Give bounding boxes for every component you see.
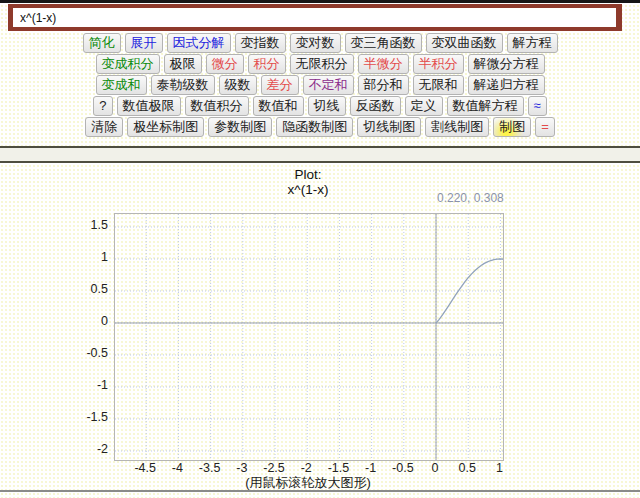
secant-plot-button[interactable]: 割线制图: [425, 117, 489, 137]
toolbar-row-4: ?数值极限数值积分数值和切线反函数定义数值解方程≈: [0, 96, 640, 117]
numeric-sum-button[interactable]: 数值和: [253, 96, 304, 116]
y-tick-label: -1: [58, 378, 108, 393]
plot-button[interactable]: 制图: [493, 117, 531, 137]
semi-integral-button[interactable]: 半积分: [413, 54, 464, 74]
series-button[interactable]: 级数: [219, 75, 257, 95]
parametric-plot-button[interactable]: 参数制图: [208, 117, 272, 137]
integrate-button[interactable]: 积分: [248, 54, 286, 74]
tangent-button[interactable]: 切线: [308, 96, 346, 116]
y-tick-label: -0.5: [58, 346, 108, 361]
plot-canvas: [115, 214, 503, 460]
differentiate-button[interactable]: 微分: [206, 54, 244, 74]
expression-input-bar: [8, 4, 622, 31]
infinite-sum-button[interactable]: 无限和: [413, 75, 464, 95]
semi-derivative-button[interactable]: 半微分: [358, 54, 409, 74]
plot-title-line1: Plot:: [114, 167, 502, 182]
toolbar-row-3: 变成和泰勒级数级数差分不定和部分和无限和解递归方程: [0, 75, 640, 96]
toolbar: 简化展开因式分解变指数变对数变三角函数变双曲函数解方程变成积分极限微分积分无限积…: [0, 33, 640, 138]
taylor-series-button[interactable]: 泰勒级数: [151, 75, 215, 95]
toolbar-row-5: 清除极坐标制图参数制图隐函数制图切线制图割线制图制图=: [0, 117, 640, 138]
limit-button[interactable]: 极限: [164, 54, 202, 74]
definition-button[interactable]: 定义: [405, 96, 443, 116]
y-tick-label: -1.5: [58, 410, 108, 425]
to-sum-button[interactable]: 变成和: [96, 75, 147, 95]
solve-ode-button[interactable]: 解微分方程: [468, 54, 545, 74]
solve-recurrence-button[interactable]: 解递归方程: [468, 75, 545, 95]
approx-button[interactable]: ≈: [528, 96, 547, 116]
expression-input[interactable]: [13, 8, 616, 27]
y-tick-label: 1.5: [58, 218, 108, 233]
bottom-divider: [0, 490, 640, 492]
difference-button[interactable]: 差分: [261, 75, 299, 95]
tangent-plot-button[interactable]: 切线制图: [357, 117, 421, 137]
to-hyperbolic-button[interactable]: 变双曲函数: [426, 33, 503, 53]
clear-button[interactable]: 清除: [85, 117, 123, 137]
implicit-plot-button[interactable]: 隐函数制图: [276, 117, 353, 137]
toolbar-row-1: 简化展开因式分解变指数变对数变三角函数变双曲函数解方程: [0, 33, 640, 54]
infinite-integral-button[interactable]: 无限积分: [290, 54, 354, 74]
to-integral-button[interactable]: 变成积分: [96, 54, 160, 74]
to-trig-button[interactable]: 变三角函数: [345, 33, 422, 53]
polar-plot-button[interactable]: 极坐标制图: [127, 117, 204, 137]
solve-equation-button[interactable]: 解方程: [507, 33, 558, 53]
y-tick-label: 0: [58, 314, 108, 329]
y-tick-label: 0.5: [58, 282, 108, 297]
numeric-limit-button[interactable]: 数值极限: [117, 96, 181, 116]
plot-frame[interactable]: [114, 213, 504, 461]
inverse-function-button[interactable]: 反函数: [350, 96, 401, 116]
y-tick-label: -2: [58, 442, 108, 457]
partial-sum-button[interactable]: 部分和: [358, 75, 409, 95]
toolbar-row-2: 变成积分极限微分积分无限积分半微分半积分解微分方程: [0, 54, 640, 75]
simplify-button[interactable]: 简化: [83, 33, 121, 53]
factor-button[interactable]: 因式分解: [167, 33, 231, 53]
numeric-integral-button[interactable]: 数值积分: [185, 96, 249, 116]
to-logarithm-button[interactable]: 变对数: [290, 33, 341, 53]
cursor-coordinates: 0.220, 0.308: [437, 191, 504, 205]
indefinite-sum-button[interactable]: 不定和: [303, 75, 354, 95]
equals-button[interactable]: =: [535, 117, 555, 137]
help-button[interactable]: ?: [93, 96, 112, 116]
top-border: [0, 0, 640, 3]
y-tick-label: 1: [58, 250, 108, 265]
numeric-solve-button[interactable]: 数值解方程: [447, 96, 524, 116]
section-divider: [0, 146, 640, 163]
to-exponential-button[interactable]: 变指数: [235, 33, 286, 53]
expand-button[interactable]: 展开: [125, 33, 163, 53]
